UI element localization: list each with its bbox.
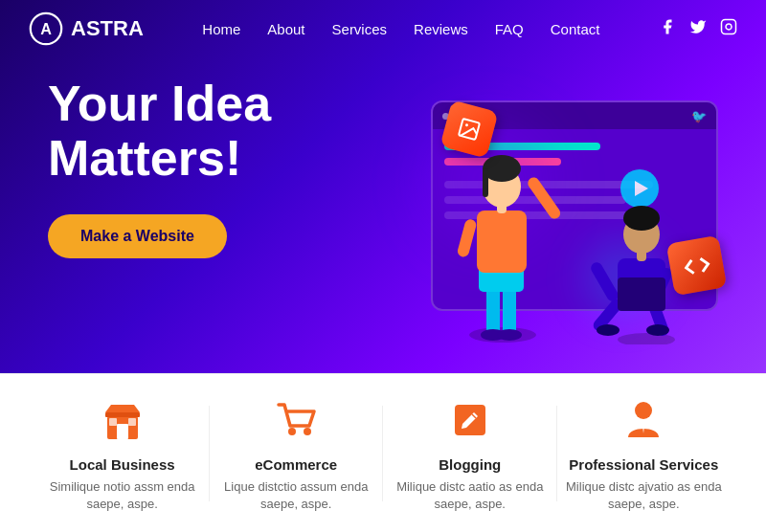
svg-rect-32 <box>105 412 140 417</box>
nav-home[interactable]: Home <box>202 21 240 37</box>
person1 <box>457 155 563 343</box>
feature-icon-local-business <box>96 393 149 447</box>
feature-desc-ecommerce: Lique distctio assum enda saepe, aspe. <box>214 478 377 513</box>
svg-point-19 <box>618 333 675 344</box>
instagram-icon[interactable] <box>720 18 737 40</box>
svg-rect-12 <box>477 211 527 273</box>
facebook-icon[interactable] <box>659 18 676 40</box>
svg-rect-17 <box>526 175 563 221</box>
hero-content: Your Idea Matters! Make a Website <box>48 77 271 258</box>
svg-rect-4 <box>459 119 480 140</box>
nav-services[interactable]: Services <box>332 21 388 37</box>
feature-desc-local-business: Similique notio assm enda saepe, aspe. <box>41 478 204 513</box>
feature-title-professional: Professional Services <box>569 456 718 473</box>
stool <box>618 277 665 311</box>
twitter-icon[interactable] <box>689 18 707 40</box>
svg-point-10 <box>497 329 522 341</box>
feature-icon-ecommerce <box>269 393 323 447</box>
svg-point-36 <box>304 428 311 435</box>
svg-point-27 <box>623 206 660 231</box>
hero-illustration: 🐦 <box>393 48 737 344</box>
hero-title: Your Idea Matters! <box>48 77 271 186</box>
image-icon <box>455 115 483 143</box>
nav-contact[interactable]: Contact <box>551 21 600 37</box>
features-section: Local Business Similique notio assm enda… <box>0 373 766 532</box>
person2 <box>589 206 675 344</box>
svg-point-5 <box>465 123 469 127</box>
feature-local-business: Local Business Similique notio assm enda… <box>41 393 204 513</box>
person-professional-icon <box>620 397 666 443</box>
divider-2 <box>382 406 383 501</box>
illustration-figures <box>393 57 737 344</box>
logo-text: ASTRA <box>71 16 144 41</box>
main-nav: Home About Services Reviews FAQ Contact <box>202 21 599 37</box>
social-icons <box>659 18 737 40</box>
svg-text:A: A <box>40 20 52 37</box>
feature-professional: Professional Services Milique distc ajva… <box>562 393 725 513</box>
svg-point-39 <box>635 402 652 419</box>
nav-about[interactable]: About <box>267 21 304 37</box>
divider-1 <box>209 406 210 501</box>
svg-rect-31 <box>117 424 128 439</box>
store-icon <box>100 397 146 443</box>
header: A ASTRA Home About Services Reviews FAQ … <box>0 0 766 57</box>
svg-point-23 <box>597 324 620 336</box>
svg-rect-33 <box>109 418 117 426</box>
feature-icon-professional <box>617 393 670 447</box>
feature-icon-blogging <box>443 393 497 447</box>
feature-ecommerce: eCommerce Lique distctio assum enda saep… <box>214 393 377 513</box>
svg-rect-34 <box>128 418 136 426</box>
feature-blogging: Blogging Milique distc aatio as enda sae… <box>389 393 552 513</box>
svg-rect-18 <box>457 218 478 258</box>
feature-desc-professional: Milique distc ajvatio as enda saepe, asp… <box>562 478 725 513</box>
feature-title-blogging: Blogging <box>439 456 501 473</box>
float-card-code <box>666 235 728 297</box>
pen-icon <box>447 397 493 443</box>
feature-desc-blogging: Milique distc aatio as enda saepe, aspe. <box>389 478 552 513</box>
svg-rect-28 <box>589 260 620 303</box>
logo-icon: A <box>29 11 63 46</box>
cart-icon <box>273 397 319 443</box>
code-icon <box>681 250 711 280</box>
svg-point-24 <box>646 324 669 336</box>
hero-section: A ASTRA Home About Services Reviews FAQ … <box>0 0 766 373</box>
nav-reviews[interactable]: Reviews <box>414 21 468 37</box>
feature-title-local-business: Local Business <box>70 456 175 473</box>
divider-3 <box>556 406 557 501</box>
svg-rect-16 <box>483 168 488 197</box>
cta-button[interactable]: Make a Website <box>48 214 227 258</box>
nav-faq[interactable]: FAQ <box>495 21 524 37</box>
svg-rect-2 <box>722 19 736 33</box>
svg-point-35 <box>288 428 296 435</box>
logo[interactable]: A ASTRA <box>29 11 144 46</box>
feature-title-ecommerce: eCommerce <box>255 456 337 473</box>
